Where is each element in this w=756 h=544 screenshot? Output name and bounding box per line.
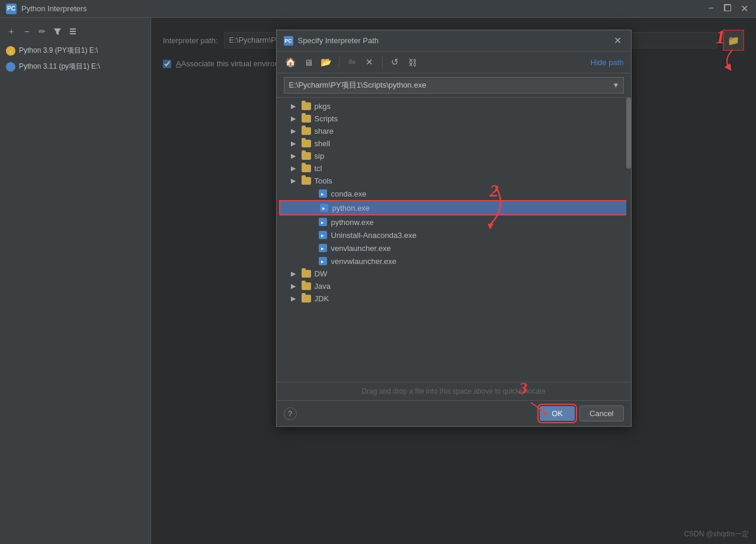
tree-item-venvlauncher[interactable]: ▶ venvlauncher.exe (277, 242, 631, 255)
scrollbar-thumb[interactable] (626, 98, 631, 169)
dialog-path-row: ▼ (277, 73, 631, 98)
sidebar-toolbar: + − ✏ (0, 22, 150, 43)
exe-icon (318, 230, 328, 240)
help-button[interactable]: ? (284, 407, 297, 420)
exe-icon (318, 256, 328, 266)
svg-rect-1 (70, 28, 76, 30)
minimize-button[interactable]: − (705, 3, 717, 14)
tree-item-java[interactable]: ▶ Java (277, 280, 631, 292)
dialog-title: Specify Interpreter Path (298, 36, 379, 45)
delete-button[interactable]: ✕ (363, 55, 377, 69)
dialog-bottom: Drag and drop a file into this space abo… (277, 382, 631, 400)
footer-text: CSDN @xhqdm一定 (684, 529, 749, 539)
drag-drop-hint: Drag and drop a file into this space abo… (284, 386, 624, 397)
expand-icon: ▶ (291, 165, 299, 172)
cancel-button[interactable]: Cancel (579, 405, 623, 421)
folder-icon (302, 140, 311, 147)
dialog-app-icon: PC (284, 36, 293, 46)
folder-icon (302, 102, 311, 110)
toolbar-separator-1 (339, 57, 339, 67)
python311-icon (6, 62, 15, 72)
filter-interpreter-button[interactable] (51, 25, 64, 38)
scrollbar-track[interactable] (626, 98, 631, 382)
tree-item-shell[interactable]: ▶ shell (277, 137, 631, 150)
refresh-button[interactable]: ↺ (388, 55, 402, 69)
sidebar: + − ✏ 🐍 Python 3.9 (PY项目1) E:\ (0, 18, 151, 544)
toolbar-separator-2 (382, 57, 383, 67)
tree-item-pythonw[interactable]: ▶ pythonw.exe (277, 215, 631, 228)
folder-icon (302, 165, 311, 172)
folder-icon (302, 115, 311, 123)
tree-item-conda[interactable]: ▶ conda.exe (277, 187, 631, 200)
svg-rect-3 (70, 33, 76, 34)
tree-item-python-exe[interactable]: ▶ python.exe (279, 200, 629, 215)
exe-icon (318, 189, 328, 198)
path-dropdown-button[interactable]: ▼ (609, 78, 623, 92)
maximize-button[interactable]: ⧠ (722, 3, 733, 14)
edit-interpreter-button[interactable]: ✏ (36, 25, 49, 38)
tree-item-sip[interactable]: ▶ sip (277, 150, 631, 162)
svg-marker-0 (54, 28, 61, 35)
tree-item-venvwlauncher[interactable]: ▶ venvwlauncher.exe (277, 255, 631, 268)
expand-icon: ▶ (291, 282, 299, 290)
add-interpreter-button[interactable]: + (5, 25, 18, 38)
app-icon: PC (6, 4, 17, 14)
specify-interpreter-dialog: PC Specify Interpreter Path ✕ 🏠 🖥 📂 (276, 30, 632, 427)
expand-icon: ▶ (291, 140, 299, 147)
folder-icon (302, 270, 311, 278)
svg-text:🐍: 🐍 (8, 48, 14, 54)
file-tree[interactable]: ▶ pkgs ▶ Scripts ▶ share (277, 98, 631, 382)
folder-icon (302, 177, 311, 185)
svg-rect-6 (350, 59, 352, 60)
sidebar-item-python311[interactable]: Python 3.11 (py项目1) E:\ (0, 59, 150, 75)
tree-item-tools[interactable]: ▶ Tools (277, 175, 631, 187)
dialog-toolbar: 🏠 🖥 📂 ✕ ↺ ⛓ (277, 51, 631, 73)
exe-icon (318, 243, 328, 253)
python39-label: Python 3.9 (PY项目1) E:\ (19, 46, 98, 56)
close-window-button[interactable]: ✕ (738, 3, 750, 14)
python39-icon: 🐍 (6, 46, 15, 56)
svg-rect-5 (348, 60, 355, 64)
folder-icon (302, 152, 311, 160)
desktop-button[interactable]: 🖥 (302, 55, 316, 69)
ok-button[interactable]: OK (540, 406, 575, 421)
python311-label: Python 3.11 (py项目1) E:\ (19, 62, 100, 72)
tree-item-jdk[interactable]: ▶ JDK (277, 292, 631, 305)
expand-icon: ▶ (291, 152, 299, 160)
tree-item-uninstall[interactable]: ▶ Uninstall-Anaconda3.exe (277, 228, 631, 242)
dialog-titlebar: PC Specify Interpreter Path ✕ (277, 30, 631, 51)
hide-path-link[interactable]: Hide path (591, 58, 624, 67)
expand-icon: ▶ (291, 177, 299, 185)
tree-item-scripts[interactable]: ▶ Scripts (277, 112, 631, 125)
new-folder-button[interactable]: 📂 (319, 55, 334, 69)
folder-icon (302, 282, 311, 290)
link-button[interactable]: ⛓ (406, 55, 420, 69)
title-bar: PC Python Interpreters − ⧠ ✕ (0, 0, 756, 18)
sidebar-item-python39[interactable]: 🐍 Python 3.9 (PY项目1) E:\ (0, 43, 150, 59)
window-title: Python Interpreters (21, 4, 87, 13)
tree-item-pkgs[interactable]: ▶ pkgs (277, 100, 631, 112)
expand-icon: ▶ (291, 295, 299, 302)
right-content: Interpreter path: 📁 1 AAssociate this vi… (151, 18, 756, 544)
remove-interpreter-button[interactable]: − (20, 25, 33, 38)
expand-icon: ▶ (291, 115, 299, 123)
tree-item-share[interactable]: ▶ share (277, 125, 631, 137)
dialog-close-button[interactable]: ✕ (612, 35, 624, 46)
tree-item-tcl[interactable]: ▶ tcl (277, 162, 631, 175)
dialog-button-row: ? 3 OK Cancel (277, 400, 631, 426)
home-button[interactable]: 🏠 (284, 55, 298, 69)
expand-icon: ▶ (291, 270, 299, 278)
more-options-button[interactable] (66, 25, 79, 38)
expand-icon: ▶ (291, 127, 299, 135)
tree-item-dw[interactable]: ▶ DW (277, 268, 631, 280)
folder-icon (302, 295, 311, 302)
exe-icon (319, 203, 329, 213)
exe-icon (318, 217, 328, 227)
expand-icon: ▶ (291, 102, 299, 110)
folder-icon (302, 127, 311, 135)
dialog-overlay: PC Specify Interpreter Path ✕ 🏠 🖥 📂 (151, 18, 756, 544)
svg-rect-2 (70, 31, 76, 32)
disabled-action-button (345, 55, 359, 69)
dialog-path-input[interactable] (284, 78, 609, 93)
